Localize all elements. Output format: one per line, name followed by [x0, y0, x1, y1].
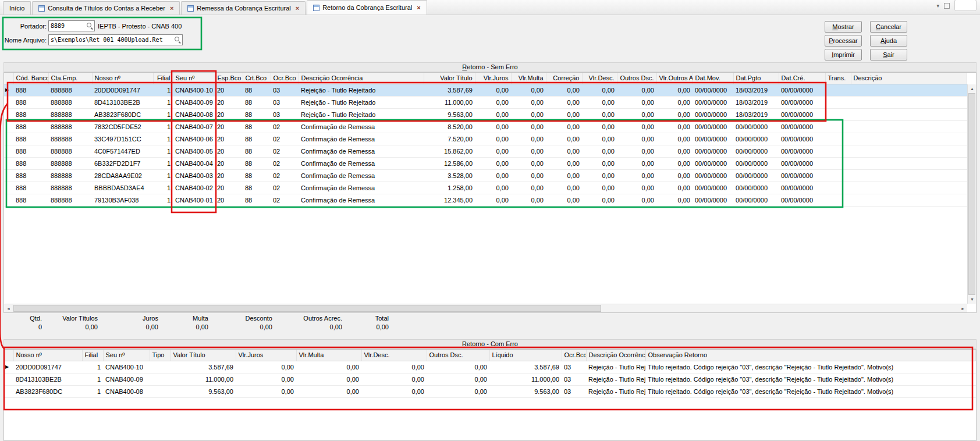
- cell[interactable]: 00/00/0000: [733, 169, 779, 182]
- cell[interactable]: 0,00: [296, 385, 361, 397]
- cell[interactable]: 03: [562, 385, 586, 397]
- tab-inicio[interactable]: Início: [3, 1, 31, 15]
- cell[interactable]: 88: [243, 96, 271, 108]
- cell[interactable]: Título rejeitado. Código rejeição "03", …: [645, 385, 976, 397]
- cell[interactable]: 0,00: [511, 169, 546, 182]
- cell[interactable]: 0,00: [511, 182, 546, 194]
- cell[interactable]: 00/00/0000: [693, 96, 733, 108]
- column-header[interactable]: Cód. Banco: [13, 73, 48, 84]
- cell[interactable]: 0,00: [546, 169, 582, 182]
- column-header[interactable]: Valor Título: [171, 350, 236, 361]
- table-row[interactable]: 8888888887832CD5FDE521CNAB400-07208802Co…: [4, 120, 967, 133]
- cell[interactable]: 0,00: [656, 84, 693, 96]
- cell[interactable]: Confirmação de Remessa: [299, 120, 424, 133]
- cell[interactable]: 0,00: [582, 194, 617, 206]
- cell[interactable]: 0,00: [511, 84, 546, 96]
- cell[interactable]: 0,00: [546, 108, 582, 120]
- tab-consulta-titulos-contas-receber[interactable]: Consulta de Títulos do Contas a Receber×: [32, 1, 180, 15]
- cell[interactable]: CNAB400-04: [173, 157, 215, 169]
- cell[interactable]: 88: [243, 169, 271, 182]
- cell[interactable]: 0,00: [656, 108, 693, 120]
- cell[interactable]: 88: [243, 194, 271, 206]
- cell[interactable]: [851, 120, 967, 133]
- column-header[interactable]: Trans.: [825, 73, 851, 84]
- imprimir-button[interactable]: Imprimir: [825, 49, 862, 61]
- cell[interactable]: 0,00: [475, 120, 511, 133]
- cell[interactable]: 20: [215, 133, 243, 145]
- column-header[interactable]: Nosso nº: [13, 350, 82, 361]
- table-row[interactable]: AB3823F680DC1CNAB400-089.563,000,000,000…: [4, 385, 976, 397]
- cell[interactable]: [851, 133, 967, 145]
- scroll-up-icon[interactable]: ▲: [968, 84, 977, 93]
- column-header[interactable]: Seu nº: [173, 73, 215, 84]
- cell[interactable]: 28CDA8AA9E02: [92, 169, 153, 182]
- column-header[interactable]: Crt.Bco: [243, 73, 271, 84]
- cell[interactable]: [825, 145, 851, 157]
- cell[interactable]: 02: [271, 182, 299, 194]
- scroll-left-icon[interactable]: ◄: [4, 304, 13, 313]
- column-header[interactable]: Valor Título: [424, 73, 475, 84]
- cell[interactable]: 0,00: [475, 84, 511, 96]
- cell[interactable]: 0,00: [475, 108, 511, 120]
- cell[interactable]: 02: [271, 133, 299, 145]
- cell[interactable]: Rejeição - Tiutlo Reje: [586, 373, 645, 385]
- cell[interactable]: 0,00: [656, 96, 693, 108]
- cell[interactable]: 0,00: [475, 145, 511, 157]
- cell[interactable]: 20: [215, 182, 243, 194]
- column-header[interactable]: Observação Retorno: [645, 350, 976, 361]
- chevron-down-icon[interactable]: ▾: [936, 3, 939, 9]
- cell[interactable]: [851, 84, 967, 96]
- cell[interactable]: [150, 361, 171, 373]
- cell[interactable]: 0,00: [617, 84, 656, 96]
- cell[interactable]: [851, 96, 967, 108]
- cell[interactable]: 888: [13, 108, 48, 120]
- cell[interactable]: 0,00: [296, 373, 361, 385]
- cell[interactable]: 00/00/0000: [779, 96, 825, 108]
- cell[interactable]: CNAB400-10: [103, 361, 150, 373]
- cell[interactable]: 888888: [48, 194, 92, 206]
- cell[interactable]: [851, 182, 967, 194]
- cell[interactable]: 0,00: [296, 361, 361, 373]
- cell[interactable]: 88: [243, 120, 271, 133]
- cell[interactable]: 88: [243, 157, 271, 169]
- mostrar-button[interactable]: Mostrar: [825, 21, 862, 33]
- cell[interactable]: 12.345,00: [424, 194, 475, 206]
- cell[interactable]: 1: [153, 108, 173, 120]
- cell[interactable]: CNAB400-02: [173, 182, 215, 194]
- cell[interactable]: Rejeição - Tiutlo Rejeitado: [299, 96, 424, 108]
- cell[interactable]: 1.258,00: [424, 182, 475, 194]
- cell[interactable]: CNAB400-05: [173, 145, 215, 157]
- column-header[interactable]: Outros Dsc.: [617, 73, 656, 84]
- column-header[interactable]: Dat.Cré.: [779, 73, 825, 84]
- ajuda-button[interactable]: Ajuda: [870, 35, 907, 47]
- cell[interactable]: 888: [13, 133, 48, 145]
- cell[interactable]: 1: [153, 194, 173, 206]
- cell[interactable]: [825, 182, 851, 194]
- cell[interactable]: Confirmação de Remessa: [299, 157, 424, 169]
- cell[interactable]: 20: [215, 194, 243, 206]
- cell[interactable]: 0,00: [361, 385, 427, 397]
- cell[interactable]: 20: [215, 96, 243, 108]
- cell[interactable]: 888888: [48, 169, 92, 182]
- table-row[interactable]: 88888888879130B3AF0381CNAB400-01208802Co…: [4, 194, 967, 206]
- cell[interactable]: 00/00/0000: [693, 145, 733, 157]
- cell[interactable]: 20: [215, 84, 243, 96]
- cell[interactable]: Rejeição - Tiutlo Rejeitado: [299, 108, 424, 120]
- cell[interactable]: 0,00: [582, 96, 617, 108]
- cell[interactable]: CNAB400-08: [103, 385, 150, 397]
- cell[interactable]: 0,00: [582, 133, 617, 145]
- cell[interactable]: 18/03/2019: [733, 108, 779, 120]
- column-header[interactable]: Líquido: [489, 350, 562, 361]
- cell[interactable]: 7.520,00: [424, 133, 475, 145]
- cell[interactable]: 02: [271, 145, 299, 157]
- cell[interactable]: Confirmação de Remessa: [299, 133, 424, 145]
- column-header[interactable]: Descrição: [851, 73, 967, 84]
- cell[interactable]: CNAB400-03: [173, 169, 215, 182]
- cell[interactable]: 0,00: [582, 108, 617, 120]
- cancelar-button[interactable]: Cancelar: [870, 21, 907, 33]
- cell[interactable]: 02: [271, 157, 299, 169]
- cell[interactable]: 00/00/0000: [779, 194, 825, 206]
- cell[interactable]: 00/00/0000: [779, 157, 825, 169]
- cell[interactable]: 0,00: [617, 169, 656, 182]
- cell[interactable]: 00/00/0000: [733, 133, 779, 145]
